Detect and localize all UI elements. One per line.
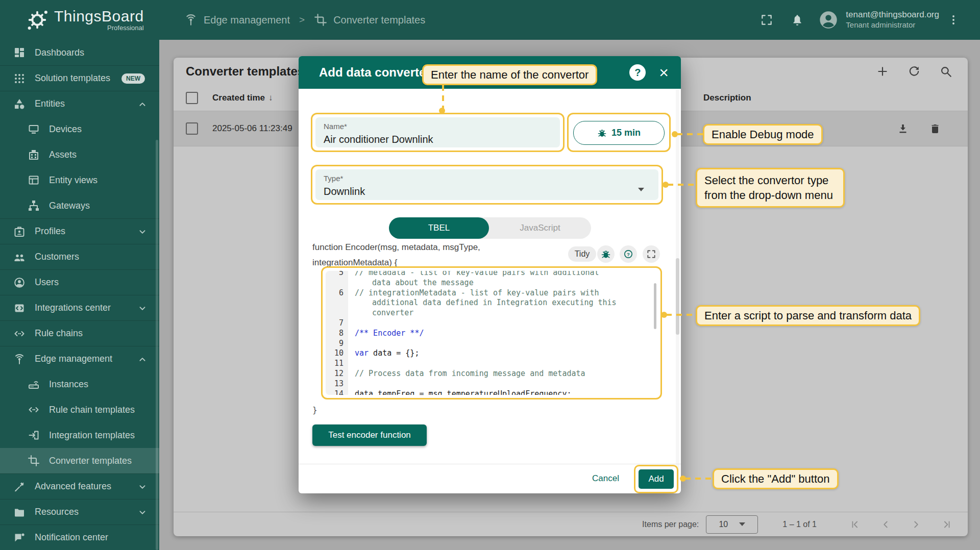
fullscreen-icon: [646, 249, 656, 259]
code-line: 7: [326, 318, 657, 329]
code-line: data about the message: [326, 278, 657, 288]
cancel-button[interactable]: Cancel: [592, 473, 619, 484]
notifications-bell-icon[interactable]: [791, 13, 804, 27]
sidebar-item-entities[interactable]: Entities: [0, 91, 159, 116]
antenna-icon: [184, 13, 198, 27]
breadcrumb-edge-management[interactable]: Edge management: [184, 13, 290, 27]
sidebar-item-integrations-center[interactable]: Integrations center: [0, 295, 159, 320]
dashboard-icon: [13, 46, 26, 59]
annotation-connector: [442, 85, 444, 110]
sidebar-scrollbar[interactable]: [156, 140, 158, 550]
kebab-menu-icon[interactable]: [947, 14, 960, 26]
sidebar-item-advanced-features[interactable]: Advanced features: [0, 473, 159, 499]
script-help-button[interactable]: ?: [620, 245, 637, 263]
tidy-button[interactable]: Tidy: [568, 246, 596, 262]
code-editor[interactable]: 5// metadata - list of key-value pairs w…: [326, 271, 657, 395]
chevron-up-icon: [137, 354, 148, 365]
sidebar-item-users[interactable]: Users: [0, 269, 159, 295]
sidebar-item-notification-center[interactable]: Notification center: [0, 524, 159, 550]
brand-logo: ThingsBoard Professional: [0, 8, 159, 32]
fullscreen-icon[interactable]: [760, 13, 773, 27]
sidebar-item-label: Resources: [35, 507, 137, 517]
sidebar-item-label: Dashboards: [35, 47, 153, 58]
code-line: 11: [326, 359, 657, 369]
user-role: Tenant administrator: [846, 20, 939, 30]
sidebar-item-edge-management[interactable]: Edge management: [0, 346, 159, 371]
dialog-help-icon[interactable]: ?: [629, 64, 646, 81]
annotation-debug: Enable Debug mode: [703, 124, 823, 145]
add-icon[interactable]: [876, 65, 889, 78]
add-button-highlight: Add: [634, 465, 678, 493]
svg-text:?: ?: [627, 252, 630, 257]
column-header-created-time[interactable]: Created time ↓: [212, 93, 273, 103]
sidebar-item-converter-templates[interactable]: Converter templates: [0, 448, 159, 473]
add-button[interactable]: Add: [639, 469, 674, 489]
chevron-down-icon: [137, 303, 148, 314]
select-all-checkbox[interactable]: [186, 92, 198, 104]
items-per-page-select[interactable]: 10: [706, 515, 758, 534]
sidebar: DashboardsSolution templatesNEWEntitiesD…: [0, 40, 159, 550]
users-icon: [13, 277, 26, 289]
first-page-icon[interactable]: [849, 519, 861, 530]
debug-mode-button[interactable]: 15 min: [573, 121, 665, 145]
sidebar-item-rule-chains[interactable]: Rule chains: [0, 320, 159, 346]
row-checkbox[interactable]: [186, 122, 198, 135]
sidebar-item-instances[interactable]: Instances: [0, 371, 159, 397]
next-page-icon[interactable]: [911, 519, 922, 530]
add-data-converter-dialog: Add data converter ? × Name* Air conditi…: [299, 56, 681, 493]
editor-fullscreen-button[interactable]: [643, 245, 660, 263]
type-select[interactable]: Type* Downlink: [315, 169, 658, 200]
sidebar-item-label: Assets: [49, 149, 153, 160]
delete-icon[interactable]: [929, 122, 941, 135]
sidebar-item-label: Rule chain templates: [49, 405, 153, 415]
help-icon: ?: [623, 249, 633, 259]
column-header-description[interactable]: Description: [703, 93, 751, 103]
closing-brace: }: [312, 405, 317, 415]
sidebar-item-solution-templates[interactable]: Solution templatesNEW: [0, 65, 159, 91]
sidebar-item-assets[interactable]: Assets: [0, 142, 159, 167]
sidebar-item-integration-templates[interactable]: Integration templates: [0, 422, 159, 448]
sidebar-item-label: Advanced features: [35, 481, 137, 492]
tab-tbel[interactable]: TBEL: [389, 217, 489, 239]
bug-icon: [601, 249, 611, 259]
sidebar-item-gateways[interactable]: Gateways: [0, 193, 159, 218]
breadcrumb-converter-templates[interactable]: Converter templates: [314, 13, 425, 27]
search-icon[interactable]: [939, 65, 952, 78]
debug-script-button[interactable]: [597, 245, 615, 263]
footer-divider: [299, 464, 681, 464]
sidebar-item-dashboards[interactable]: Dashboards: [0, 40, 159, 65]
close-icon[interactable]: ×: [659, 65, 669, 80]
last-page-icon[interactable]: [941, 519, 952, 530]
sidebar-item-rule-chain-templates[interactable]: Rule chain templates: [0, 397, 159, 422]
sort-desc-icon: ↓: [268, 93, 273, 103]
code-line: 9: [326, 339, 657, 349]
annotation-script: Enter a script to parse and transform da…: [696, 305, 920, 326]
type-field-highlight: Type* Downlink: [311, 165, 663, 205]
sidebar-item-devices[interactable]: Devices: [0, 116, 159, 142]
resources-icon: [13, 506, 26, 518]
sidebar-item-profiles[interactable]: Profiles: [0, 218, 159, 244]
prev-page-icon[interactable]: [880, 519, 891, 530]
page-title: Converter templates: [186, 64, 304, 79]
annotation-connector: [677, 133, 703, 135]
avatar[interactable]: [818, 10, 839, 30]
editor-scrollbar[interactable]: [654, 283, 656, 329]
chevron-down-icon: [137, 507, 148, 518]
customers-icon: [13, 251, 26, 263]
tab-javascript[interactable]: JavaScript: [489, 217, 591, 239]
sidebar-item-entity-views[interactable]: Entity views: [0, 167, 159, 193]
user-menu[interactable]: tenant@thingsboard.org Tenant administra…: [846, 10, 939, 30]
sidebar-item-label: Notification center: [35, 532, 153, 543]
sidebar-item-label: Converter templates: [49, 456, 153, 466]
profiles-icon: [13, 226, 26, 238]
dialog-scrollbar[interactable]: [676, 258, 679, 335]
sidebar-item-resources[interactable]: Resources: [0, 499, 159, 524]
integration-templates-icon: [28, 429, 40, 441]
code-line: 5// metadata - list of key-value pairs w…: [326, 271, 657, 278]
name-input[interactable]: Name* Air conditioner Downlink: [315, 117, 560, 147]
refresh-icon[interactable]: [908, 65, 921, 78]
test-encoder-button[interactable]: Test encoder function: [312, 424, 427, 446]
sidebar-item-customers[interactable]: Customers: [0, 244, 159, 269]
download-icon[interactable]: [897, 122, 909, 135]
sidebar-item-label: Devices: [49, 124, 153, 135]
